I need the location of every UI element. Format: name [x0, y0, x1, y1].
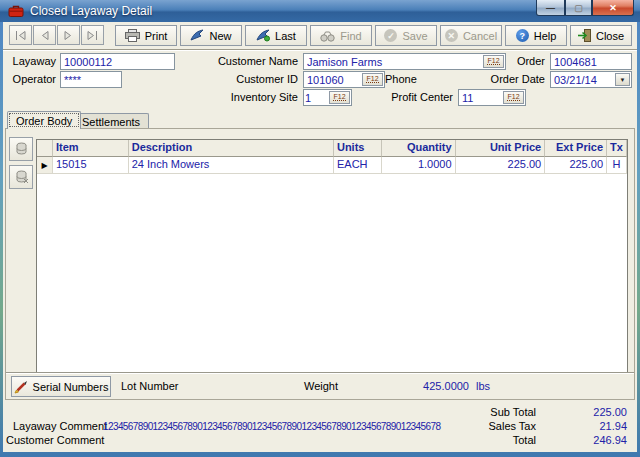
customer-id-label: Customer ID: [198, 73, 298, 86]
close-door-icon: [578, 29, 591, 42]
table-row[interactable]: ▶ 15015 24 Inch Mowers EACH 1.0000 225.0…: [37, 157, 627, 174]
minimize-icon: —: [546, 3, 555, 13]
maximize-icon: ▢: [574, 3, 583, 13]
client-area: Print New Last Find ✓ Save ✕ Cancel: [3, 22, 637, 452]
save-button[interactable]: ✓ Save: [375, 25, 437, 46]
tab-order-body-label: Order Body: [16, 115, 72, 127]
item-detail-bar: Serial Numbers Lot Number Weight 425.000…: [6, 372, 634, 399]
customer-id-field[interactable]: [304, 74, 362, 86]
customer-id-f12-button[interactable]: F12: [362, 73, 383, 86]
cell-quantity: 1.0000: [382, 157, 456, 174]
sub-total-label: Sub Total: [446, 406, 536, 419]
layaway-field[interactable]: [60, 53, 175, 70]
print-button[interactable]: Print: [115, 25, 177, 46]
window-title: Closed Layaway Detail: [30, 4, 152, 18]
f12-label: F12: [366, 76, 378, 83]
find-button[interactable]: Find: [310, 25, 372, 46]
inventory-site-f12-button[interactable]: F12: [329, 91, 350, 104]
new-icon: [190, 29, 204, 42]
current-row-marker-icon: ▶: [41, 161, 47, 170]
previous-record-icon: [38, 30, 51, 41]
order-field[interactable]: [550, 53, 632, 70]
sales-tax-value: 21.94: [547, 420, 627, 433]
f12-label: F12: [507, 94, 519, 101]
save-icon: ✓: [384, 29, 397, 42]
close-label: Close: [596, 30, 624, 42]
app-window: Closed Layaway Detail — ▢ ✕ Print: [0, 0, 640, 457]
order-date-field[interactable]: [551, 74, 615, 86]
column-header-quantity: Quantity: [382, 140, 456, 157]
last-button[interactable]: Last: [245, 25, 307, 46]
inventory-site-label: Inventory Site: [198, 91, 298, 104]
cell-tx: H: [607, 157, 627, 174]
column-header-description: Description: [129, 140, 334, 157]
first-record-button[interactable]: [9, 25, 32, 45]
operator-label: Operator: [8, 73, 56, 86]
tab-settlements-label: Settlements: [82, 116, 140, 128]
serial-numbers-button[interactable]: Serial Numbers: [11, 376, 111, 397]
toolbar-separator: [3, 49, 637, 51]
last-record-icon: [86, 30, 99, 41]
close-window-icon: ✕: [609, 3, 617, 13]
column-header-units: Units: [334, 140, 382, 157]
profit-center-field[interactable]: [459, 92, 503, 104]
f12-label: F12: [333, 94, 345, 101]
cell-item: 15015: [53, 157, 129, 174]
close-button[interactable]: Close: [570, 25, 632, 46]
inventory-site-field[interactable]: [304, 92, 329, 104]
sales-tax-label: Sales Tax: [446, 420, 536, 433]
insert-row-button[interactable]: [9, 137, 33, 161]
order-body-panel: Item Description Units Quantity Unit Pri…: [5, 128, 635, 400]
customer-id-fieldgroup: F12: [303, 71, 385, 88]
close-window-button[interactable]: ✕: [592, 0, 634, 16]
previous-record-button[interactable]: [33, 25, 56, 45]
next-record-icon: [62, 30, 75, 41]
weight-unit: lbs: [476, 380, 490, 393]
profit-center-fieldgroup: F12: [458, 89, 526, 106]
layaway-label: Layaway: [8, 55, 56, 68]
app-icon: [8, 4, 24, 18]
insert-row-icon: [15, 142, 28, 156]
tab-order-body[interactable]: Order Body: [7, 111, 81, 129]
record-nav-group: [9, 25, 104, 45]
tab-settlements[interactable]: Settlements: [73, 113, 149, 129]
grid-header-row: Item Description Units Quantity Unit Pri…: [37, 140, 627, 157]
order-label: Order: [483, 55, 545, 68]
find-label: Find: [340, 30, 361, 42]
operator-field[interactable]: [60, 71, 122, 88]
row-selector-cell[interactable]: ▶: [37, 157, 53, 174]
delete-row-button[interactable]: [9, 165, 33, 189]
cancel-button[interactable]: ✕ Cancel: [440, 25, 502, 46]
save-label: Save: [402, 30, 427, 42]
help-button[interactable]: ? Help: [505, 25, 567, 46]
cancel-icon: ✕: [445, 29, 458, 42]
cell-unit-price: 225.00: [456, 157, 546, 174]
toolbar: Print New Last Find ✓ Save ✕ Cancel: [115, 25, 632, 46]
column-header-ext-price: Ext Price: [545, 140, 607, 157]
help-label: Help: [534, 30, 557, 42]
cancel-label: Cancel: [463, 30, 497, 42]
minimize-button[interactable]: —: [536, 0, 565, 16]
last-record-button[interactable]: [81, 25, 104, 45]
customer-name-fieldgroup: F12: [303, 53, 506, 70]
inventory-site-fieldgroup: F12: [303, 89, 352, 106]
order-date-dropdown-button[interactable]: ▼: [615, 73, 630, 86]
customer-name-field[interactable]: [304, 56, 483, 68]
profit-center-label: Profit Center: [368, 91, 453, 104]
cell-description: 24 Inch Mowers: [129, 157, 334, 174]
serial-numbers-label: Serial Numbers: [33, 381, 109, 393]
last-icon: [256, 29, 270, 42]
customer-comment-label: Customer Comment: [6, 434, 104, 447]
weight-label: Weight: [304, 380, 338, 393]
order-date-combobox: ▼: [550, 71, 632, 88]
next-record-button[interactable]: [57, 25, 80, 45]
serial-pen-icon: [14, 380, 28, 394]
profit-center-f12-button[interactable]: F12: [503, 91, 524, 104]
new-button[interactable]: New: [180, 25, 242, 46]
sub-total-value: 225.00: [547, 406, 627, 419]
total-label: Total: [446, 434, 536, 447]
layaway-comment-value: 1234567890123456789012345678901234567890…: [103, 420, 440, 433]
maximize-button[interactable]: ▢: [565, 0, 592, 16]
first-record-icon: [14, 30, 27, 41]
print-label: Print: [145, 30, 168, 42]
